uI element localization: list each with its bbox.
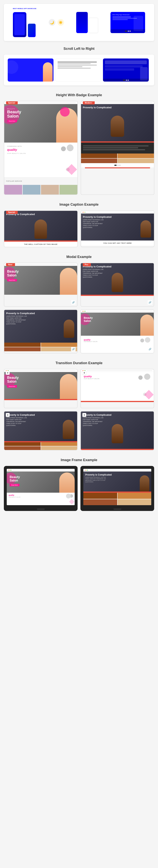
child-figure-caption	[34, 219, 47, 239]
fgrid-2	[118, 493, 152, 499]
special-badge: Special↑	[6, 101, 18, 104]
sale-badge-caption: Sale↑	[83, 211, 92, 214]
right-poverty-text: Proverty is Complicated	[83, 215, 112, 218]
sun-icon[interactable]: ☀️	[57, 19, 64, 26]
screens-group	[76, 12, 98, 33]
link-icon-2[interactable]: 🔗	[148, 300, 152, 305]
frame-beauty-btn[interactable]: Read More	[10, 484, 20, 486]
transition-section: Transition Duration Example + BeautySalo…	[0, 361, 158, 451]
trans-alt-main: Proverty is Complicated LEARN FROM YESTE…	[81, 411, 154, 450]
frame-screen-poverty: Proverty is Complicated LEARN FROM YESTE…	[83, 469, 151, 505]
modal-dark-title: Proverty is Complicated	[6, 312, 35, 315]
right-poverty-subtext: LEARN FROM YESTERDAY, LIVE FOR TODAY. HO…	[83, 219, 106, 228]
image-frame-title: Image Frame Example	[4, 458, 154, 462]
modal-poverty-sub: LEARN FROM YESTERDAY, LIVE FOR TODAY. HO…	[83, 269, 106, 278]
fgrid-4	[118, 499, 152, 505]
link-icon-4[interactable]: 🔗	[148, 347, 152, 351]
transition-section-title: Transition Duration Example	[4, 361, 154, 365]
moon-icon[interactable]: 🌙	[49, 19, 56, 26]
frame-poverty-hero: Proverty is Complicated LEARN FROM YESTE…	[83, 471, 151, 493]
gallery-item-3	[41, 185, 59, 194]
plus-icon-3[interactable]: +	[6, 413, 10, 417]
trans-poverty-overlay: Proverty is Complicated LEARN FROM YESTE…	[6, 413, 35, 426]
m4dot2	[84, 311, 84, 312]
t1-title: BeautySalon	[7, 376, 19, 383]
monitor-stand-1	[37, 508, 45, 510]
link-icon-1[interactable]: 🔗	[71, 300, 76, 305]
link-icon-3[interactable]: 🔗	[71, 347, 76, 351]
trans-alt-title: Proverty is Complicated	[83, 413, 112, 416]
trans-img-grid	[4, 442, 77, 450]
modal-dark-main: Proverty is Complicated LEARN FROM YESTE…	[4, 310, 77, 343]
card-dots	[103, 79, 149, 82]
line3	[58, 65, 97, 66]
screen-tall	[76, 12, 88, 33]
scroll-container[interactable]	[8, 59, 150, 82]
blue-card	[8, 59, 54, 82]
trans-poverty-title: Proverty is Complicated	[6, 413, 35, 416]
caption-card-left: Special↑ Proverty is Complicated THE WEL…	[4, 211, 78, 247]
mockup-line2	[113, 18, 137, 19]
scroll-section: Scroll Left to Right	[0, 47, 158, 85]
height-cards-row: Special↑ Beauty BeautySalon Read More	[4, 101, 154, 195]
modern-badge: Modern↑	[83, 101, 95, 104]
trans-cosm-content: quality OUR BEAUTY SALON	[81, 372, 154, 382]
modal-poverty-main: Proverty is Complicated LEARN FROM YESTE…	[81, 263, 154, 296]
page-wrapper: BEST MOBILE APP SHOWCASE 🌙 ☀️ Best Way A…	[0, 0, 158, 523]
special-badge-caption: Special↑	[6, 211, 18, 214]
read-more-btn[interactable]: Read More	[7, 120, 17, 122]
frame-nav-1	[7, 469, 75, 471]
blue-mockup-card	[103, 59, 149, 82]
t2nav	[87, 370, 152, 371]
t1-btn[interactable]: Read More	[7, 385, 17, 388]
m4dot3	[85, 311, 86, 312]
app-mockup-left: BEST MOBILE APP SHOWCASE	[13, 8, 36, 37]
modal-dark-card: Proverty is Complicated LEARN FROM YESTE…	[4, 310, 77, 353]
trans-alt-card: + Proverty is Complicated LEARN FROM YES…	[81, 411, 154, 451]
frame-poverty-title: Proverty is Complicated	[85, 473, 112, 476]
charity-height-card: Modern↑ Proverty is Complicated	[81, 101, 155, 195]
frame-redbar	[83, 492, 151, 493]
t2-diamond	[144, 390, 154, 399]
red-bar-caption	[4, 241, 77, 242]
mockup-input	[105, 60, 147, 64]
monitor-beauty-frame: BeautySalon Read More quality OUR BEAUTY…	[4, 466, 77, 511]
fn1d1	[8, 470, 9, 470]
plus-icon-1[interactable]: +	[6, 371, 10, 375]
modal-cosm-title: BeautySalon	[84, 316, 93, 322]
trans-alt-child	[112, 424, 123, 443]
top-banner-section: BEST MOBILE APP SHOWCASE 🌙 ☀️ Best Way A…	[4, 4, 154, 41]
person-img	[43, 62, 53, 82]
dot1	[128, 31, 129, 32]
cosmetics-area: combining with quality OUR BEAUTY SALON	[4, 143, 77, 177]
frame-beauty-title: BeautySalon	[10, 475, 20, 482]
fn2d1	[85, 470, 86, 470]
plus-icon-2[interactable]: +	[82, 371, 86, 375]
right-poverty-overlay: Proverty is Complicated LEARN FROM YESTE…	[83, 215, 112, 228]
tgrid-4	[41, 446, 77, 450]
caption-charity-img: Proverty is Complicated	[4, 211, 77, 242]
right-child	[140, 220, 151, 238]
modal-nav-4	[81, 310, 154, 313]
modal-section: Modal Example New↑ BeautySalon Read More	[0, 255, 158, 353]
t1-woman	[60, 374, 77, 399]
t3-redbar	[4, 441, 77, 442]
trans-poverty-sub: LEARN FROM YESTERDAY, LIVE FOR TODAY. HO…	[6, 417, 29, 426]
modal-img-grid	[4, 343, 77, 351]
frame-diamond-sm	[69, 499, 74, 504]
tgrid-3	[4, 446, 41, 450]
text-lines-2	[58, 61, 99, 70]
beauty-title-main: BeautySalon	[7, 110, 21, 118]
trans-alt-sub: LEARN FROM YESTERDAY, LIVE FOR TODAY. HO…	[83, 417, 106, 426]
grid-img-3	[81, 158, 117, 163]
tgrid-2	[41, 442, 77, 446]
t2-redbar	[81, 401, 154, 402]
plus-icon-4[interactable]: +	[82, 413, 86, 417]
red-bar-modal	[81, 295, 154, 296]
modal-poverty-overlay: Proverty is Complicated LEARN FROM YESTE…	[83, 265, 112, 278]
m4nav	[87, 311, 152, 312]
gallery-strip	[4, 185, 77, 194]
pdot1	[114, 165, 117, 166]
modal-read-more[interactable]: Read More	[7, 279, 17, 281]
frame-our-beauty-sm: OUR BEAUTY SALON	[9, 497, 73, 498]
